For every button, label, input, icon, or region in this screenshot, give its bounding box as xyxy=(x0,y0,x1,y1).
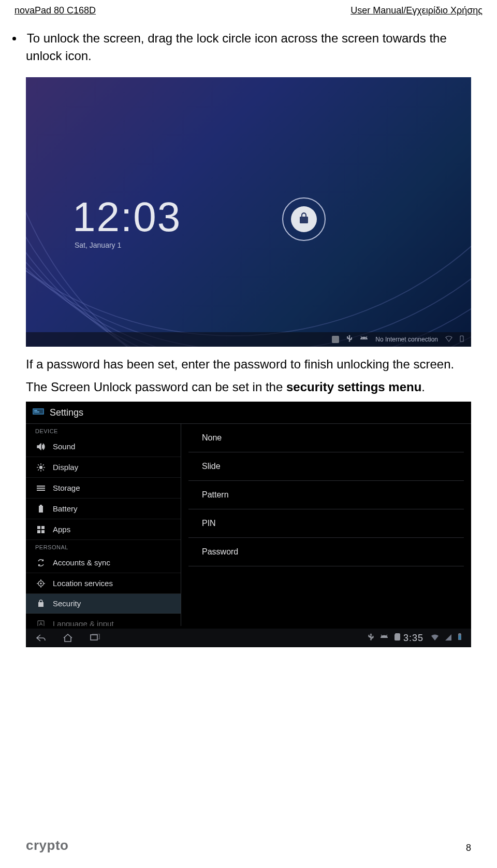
svg-rect-13 xyxy=(37,486,45,487)
lock-drag-handle[interactable] xyxy=(282,197,326,241)
signal-icon xyxy=(445,633,451,643)
svg-rect-28 xyxy=(459,635,461,639)
bullet-dot-icon xyxy=(12,37,16,40)
clock-time: 12:03 xyxy=(72,196,181,238)
lock-option-pattern[interactable]: Pattern xyxy=(188,481,464,509)
lock-inner-circle xyxy=(291,206,317,232)
svg-rect-26 xyxy=(38,621,44,627)
svg-point-21 xyxy=(40,582,42,585)
svg-line-11 xyxy=(38,469,39,471)
page-footer: crypto 8 xyxy=(26,837,471,853)
usb-icon xyxy=(346,335,353,344)
svg-rect-2 xyxy=(34,410,37,411)
android-debug-icon xyxy=(380,633,388,643)
apps-icon xyxy=(36,526,46,533)
svg-rect-3 xyxy=(34,411,39,412)
section-personal-label: PERSONAL xyxy=(26,540,181,552)
no-internet-text: No Internet connection xyxy=(375,336,438,343)
sidebar-label: Security xyxy=(53,599,81,608)
display-icon xyxy=(36,463,46,472)
notification-icon[interactable] xyxy=(332,336,339,343)
svg-rect-27 xyxy=(91,635,97,640)
sidebar-label: Language & input xyxy=(53,619,114,626)
sidebar-item-accounts-sync[interactable]: Accounts & sync xyxy=(26,552,181,573)
lockscreen-clock: 12:03 Sat, January 1 xyxy=(72,196,181,249)
header-left: novaPad 80 C168D xyxy=(14,5,96,16)
battery-icon xyxy=(36,505,46,513)
storage-icon xyxy=(36,485,46,491)
lock-option-password[interactable]: Password xyxy=(188,538,464,566)
lock-option-pin[interactable]: PIN xyxy=(188,509,464,538)
svg-point-4 xyxy=(39,466,42,469)
svg-rect-18 xyxy=(37,530,40,533)
sidebar-item-language[interactable]: Language & input xyxy=(26,614,181,626)
para2-part-a: The Screen Unlock password can be set in… xyxy=(26,380,286,394)
lock-statusbar: No Internet connection xyxy=(26,332,471,347)
sidebar-item-apps[interactable]: Apps xyxy=(26,519,181,540)
lock-option-none[interactable]: None xyxy=(188,424,464,452)
svg-rect-16 xyxy=(37,526,40,529)
sound-icon xyxy=(36,443,46,450)
svg-rect-17 xyxy=(41,526,45,529)
sidebar-item-storage[interactable]: Storage xyxy=(26,478,181,499)
sidebar-label: Storage xyxy=(53,483,80,492)
section-device-label: DEVICE xyxy=(26,424,181,436)
lang-icon xyxy=(36,620,46,627)
navbar-clock: 3:35 xyxy=(403,633,423,644)
sync-icon xyxy=(36,559,46,567)
battery-status-icon xyxy=(458,633,462,643)
lock-icon xyxy=(299,212,309,226)
para2-part-c: . xyxy=(421,380,425,394)
sdcard-icon xyxy=(394,633,400,643)
sidebar-item-battery[interactable]: Battery xyxy=(26,499,181,519)
password-paragraph: If a password has been set, enter the pa… xyxy=(26,356,471,373)
sidebar-label: Apps xyxy=(53,525,70,534)
settings-icon xyxy=(32,407,45,418)
sidebar-label: Location services xyxy=(53,579,113,588)
svg-line-9 xyxy=(38,464,39,465)
security-icon xyxy=(36,600,46,607)
footer-brand: crypto xyxy=(26,837,68,853)
lock-options-panel: None Slide Pattern PIN Password xyxy=(181,424,471,626)
nav-home-button[interactable] xyxy=(59,632,77,644)
svg-rect-19 xyxy=(41,530,45,533)
page-header: novaPad 80 C168D User Manual/Εγχειρίδιο … xyxy=(0,0,497,16)
sidebar-label: Display xyxy=(53,463,78,472)
sidebar-item-sound[interactable]: Sound xyxy=(26,436,181,457)
svg-line-12 xyxy=(43,464,44,465)
android-debug-icon xyxy=(360,335,368,344)
header-right: User Manual/Εγχειρίδιο Χρήσης xyxy=(350,5,483,16)
nav-back-button[interactable] xyxy=(32,632,50,644)
system-navbar: 3:35 xyxy=(26,629,471,647)
sidebar-item-display[interactable]: Display xyxy=(26,457,181,478)
sidebar-label: Sound xyxy=(53,442,75,451)
settings-title: Settings xyxy=(50,407,83,418)
location-icon xyxy=(36,579,46,588)
battery-outline-icon xyxy=(460,335,464,344)
bullet-text: To unlock the screen, drag the lock circ… xyxy=(26,31,447,63)
usb-icon xyxy=(368,633,374,643)
sidebar-label: Battery xyxy=(53,504,78,513)
lock-option-slide[interactable]: Slide xyxy=(188,452,464,481)
sidebar-item-security[interactable]: Security xyxy=(26,594,181,614)
wifi-outline-icon xyxy=(445,335,452,344)
nav-recent-button[interactable] xyxy=(86,632,104,644)
wifi-icon xyxy=(431,633,439,643)
settings-header: Settings xyxy=(26,402,471,423)
para2-bold: security settings menu xyxy=(286,380,421,394)
page-number: 8 xyxy=(466,843,471,853)
clock-date: Sat, January 1 xyxy=(75,241,181,249)
settings-sidebar: DEVICE Sound Display Storage Battery xyxy=(26,424,181,626)
lockscreen-figure: 12:03 Sat, January 1 No Internet connect… xyxy=(26,77,471,347)
svg-line-10 xyxy=(43,469,44,471)
svg-rect-14 xyxy=(37,488,45,489)
bullet-paragraph: To unlock the screen, drag the lock circ… xyxy=(26,30,471,65)
sidebar-item-location[interactable]: Location services xyxy=(26,573,181,594)
settings-figure: Settings DEVICE Sound Display Storage xyxy=(26,402,471,647)
svg-rect-15 xyxy=(37,490,45,491)
sidebar-label: Accounts & sync xyxy=(53,558,110,567)
security-paragraph: The Screen Unlock password can be set in… xyxy=(26,379,471,395)
